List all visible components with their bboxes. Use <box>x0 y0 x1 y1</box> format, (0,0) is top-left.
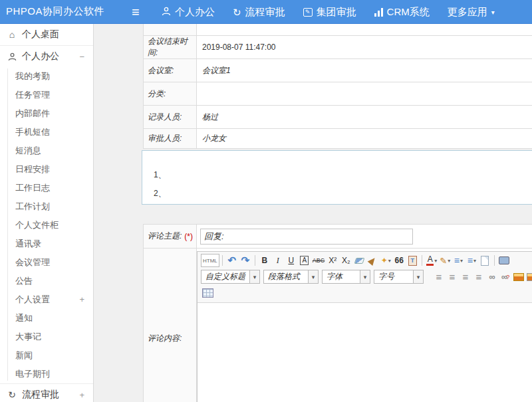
app-window: PHPOA协同办公软件 ≡ 个人办公 ↻ 流程审批 ✎ 集团审批 CRM系统 <box>0 0 532 402</box>
sidebar-item-personal-settings[interactable]: 个人设置 + <box>0 290 93 309</box>
chevron-down-icon: ▾ <box>360 270 370 283</box>
sidebar-item-news[interactable]: 新闻 <box>0 346 93 365</box>
font-family-select[interactable]: 字体 ▾ <box>322 270 370 284</box>
sidebar-item-work-log[interactable]: 工作日志 <box>0 179 93 197</box>
sidebar-item-personal-desktop[interactable]: ⌂ 个人桌面 <box>0 24 93 45</box>
font-size-select[interactable]: 字号 ▾ <box>374 270 424 284</box>
sidebar-item-personal-files[interactable]: 个人文件柜 <box>0 216 93 235</box>
field-value <box>197 24 532 35</box>
sidebar-item-work-plan[interactable]: 工作计划 <box>0 197 93 216</box>
sidebar-item-announcement[interactable]: 公告 <box>0 272 93 290</box>
comment-subject-input[interactable] <box>200 229 413 245</box>
paragraph-format-select[interactable]: 段落格式 ▾ <box>263 270 319 284</box>
toolbar-row-1: HTML ↶ ↷ B I U A ABC X² X₂ <box>200 252 532 268</box>
select-label: 自定义标题 <box>201 270 249 283</box>
nav-label: 流程审批 <box>245 6 285 19</box>
align-left-button[interactable]: ≡ <box>432 270 446 284</box>
html-source-button[interactable]: HTML <box>201 254 219 267</box>
field-label <box>144 24 197 35</box>
sidebar-item-label: 个人办公 <box>22 50 59 62</box>
chevron-down-icon: ▾ <box>460 258 463 264</box>
highlight-button[interactable]: ✎▾ <box>438 254 452 267</box>
remove-link-button[interactable]: ∞? <box>499 270 512 284</box>
chevron-down-icon: ▾ <box>308 270 318 283</box>
sidebar-item-notice[interactable]: 通知 <box>0 309 93 328</box>
table-row-approver: 审批人员: 小龙女 <box>144 129 532 149</box>
expand-toggle[interactable]: + <box>79 290 84 309</box>
align-center-icon: ≡ <box>450 272 456 282</box>
field-value: 2019-08-07 11:47:00 <box>197 36 532 58</box>
align-right-button[interactable]: ≡ <box>459 270 472 284</box>
sidebar-item-major-events[interactable]: 大事记 <box>0 328 93 346</box>
app-title: PHPOA协同办公软件 <box>6 5 104 18</box>
sidebar-item-workflow-approval[interactable]: ↻ 流程审批 + <box>0 384 93 402</box>
italic-button[interactable]: I <box>271 254 285 267</box>
sidebar-item-personal-office[interactable]: 个人办公 − <box>0 46 93 67</box>
fullscreen-button[interactable] <box>497 254 511 267</box>
subject-label-text: 评论主题: <box>148 231 182 242</box>
nav-label: 更多应用 <box>448 6 487 19</box>
strikethrough-button[interactable]: ABC <box>311 254 327 267</box>
select-label: 段落格式 <box>264 270 308 283</box>
underline-button[interactable]: U <box>285 254 298 267</box>
sidebar-item-meeting-management[interactable]: 会议管理 <box>0 253 93 272</box>
insert-link-button[interactable]: ∞ <box>485 270 499 284</box>
sidebar-item-e-journal[interactable]: 电子期刊 <box>0 365 93 383</box>
new-page-button[interactable] <box>478 254 491 267</box>
chevron-down-icon: ▾ <box>448 258 450 264</box>
field-label: 审批人员: <box>144 129 197 148</box>
toolbar-separator <box>255 255 255 266</box>
ordered-list-button[interactable]: ≡▾ <box>452 254 465 267</box>
paste-text-button[interactable]: T <box>406 254 419 267</box>
nav-label: 个人办公 <box>175 6 215 19</box>
unordered-list-button[interactable]: ≡▾ <box>465 254 478 267</box>
bar-chart-icon <box>374 8 383 17</box>
sidebar-item-task-management[interactable]: 任务管理 <box>0 86 93 104</box>
collapse-toggle[interactable]: − <box>79 46 84 67</box>
sidebar-item-mobile-sms[interactable]: 手机短信 <box>0 123 93 142</box>
heading-select[interactable]: 自定义标题 ▾ <box>201 270 260 284</box>
person-icon <box>7 52 17 61</box>
autotypeset-button[interactable]: ✦▾ <box>379 254 392 267</box>
paste-text-icon: T <box>408 256 417 266</box>
undo-icon[interactable]: ↶ <box>225 254 239 267</box>
comment-content-editable-area[interactable] <box>198 303 532 402</box>
field-label: 记录人员: <box>144 106 197 128</box>
nav-group-approval[interactable]: ✎ 集团审批 <box>303 6 356 19</box>
blockquote-button[interactable]: 66 <box>392 254 406 267</box>
subscript-button[interactable]: X₂ <box>339 254 352 267</box>
expand-toggle[interactable]: + <box>79 384 84 402</box>
nav-workflow-approval[interactable]: ↻ 流程审批 <box>233 6 285 19</box>
nav-more-apps[interactable]: 更多应用 ▾ <box>448 6 495 19</box>
insert-table-button[interactable] <box>201 286 215 300</box>
redo-icon[interactable]: ↷ <box>239 254 252 267</box>
sidebar-item-contacts[interactable]: 通讯录 <box>0 235 93 253</box>
align-justify-button[interactable]: ≡ <box>472 270 485 284</box>
sidebar-item-my-attendance[interactable]: 我的考勤 <box>0 67 93 86</box>
rich-text-editor: HTML ↶ ↷ B I U A ABC X² X₂ <box>197 251 532 402</box>
insert-picture-button[interactable] <box>525 270 532 284</box>
minutes-line: 1、 <box>154 165 532 184</box>
format-brush-button[interactable] <box>366 254 379 267</box>
edit-icon: ✎ <box>303 8 313 17</box>
monitor-icon <box>499 256 509 264</box>
table-row-end-time: 会议结束时间: 2019-08-07 11:47:00 <box>144 36 532 59</box>
font-color-button[interactable]: A▾ <box>425 254 438 267</box>
nav-crm-system[interactable]: CRM系统 <box>374 6 430 19</box>
hamburger-menu-icon[interactable]: ≡ <box>132 0 140 24</box>
nav-personal-office[interactable]: 个人办公 <box>162 6 215 19</box>
align-center-button[interactable]: ≡ <box>446 270 459 284</box>
sidebar-item-label: 流程审批 <box>22 389 59 401</box>
nav-label: 集团审批 <box>317 6 356 19</box>
font-style-box-button[interactable]: A <box>298 254 311 267</box>
sidebar-item-schedule[interactable]: 日程安排 <box>0 160 93 179</box>
font-color-icon: A <box>426 256 434 266</box>
sidebar-item-internal-mail[interactable]: 内部邮件 <box>0 104 93 123</box>
superscript-button[interactable]: X² <box>326 254 339 267</box>
sidebar-item-short-message[interactable]: 短消息 <box>0 142 93 160</box>
eraser-button[interactable] <box>352 254 366 267</box>
insert-image-button[interactable] <box>512 270 525 284</box>
bold-button[interactable]: B <box>258 254 271 267</box>
unordered-list-icon: ≡ <box>467 256 473 265</box>
field-label: 评论内容: <box>144 249 197 402</box>
